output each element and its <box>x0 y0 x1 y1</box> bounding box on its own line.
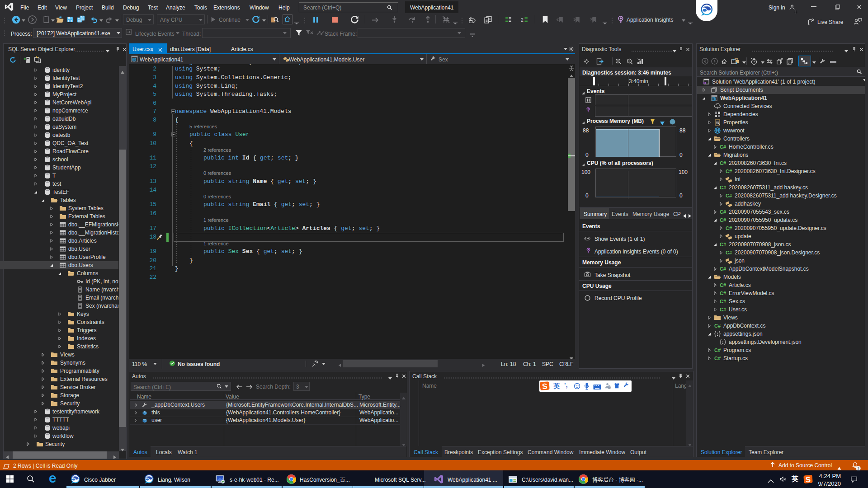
svg-text:e: e <box>49 471 57 485</box>
svg-text:',: ', <box>564 381 568 389</box>
svg-text:2: 2 <box>521 17 524 23</box>
svg-text:17: 17 <box>609 386 611 389</box>
svg-text:1: 1 <box>857 466 859 470</box>
